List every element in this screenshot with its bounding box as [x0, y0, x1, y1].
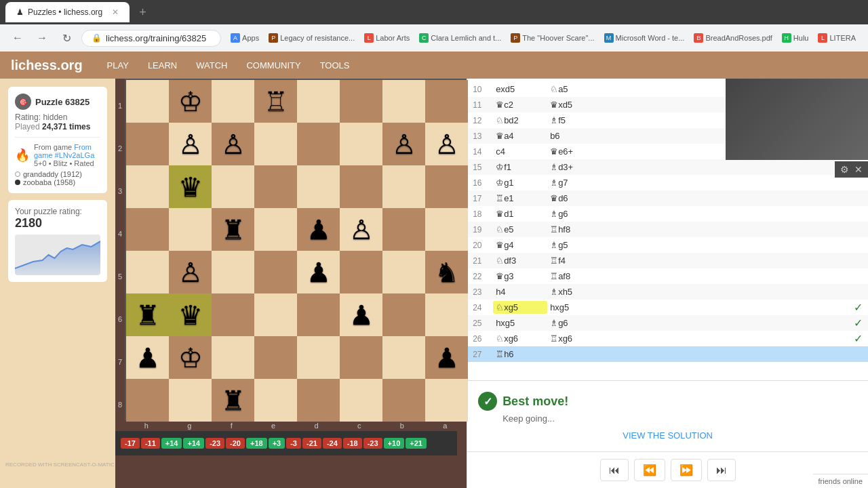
cell-0-7[interactable] — [425, 80, 468, 123]
score-item[interactable]: +14 — [161, 438, 182, 449]
cell-2-4[interactable] — [297, 165, 340, 208]
cell-7-6[interactable] — [382, 379, 425, 422]
move-black[interactable] — [547, 353, 601, 356]
move-black[interactable]: ♗g6 — [547, 317, 601, 329]
cell-3-3[interactable] — [254, 208, 297, 251]
nav-watch[interactable]: WATCH — [188, 55, 235, 76]
cell-4-3[interactable] — [254, 251, 297, 293]
move-black[interactable]: hxg5 — [547, 301, 601, 314]
move-black[interactable]: ♗d3+ — [547, 161, 601, 174]
nav-community[interactable]: COMMUNITY — [238, 55, 309, 76]
cell-1-2[interactable]: ♙ — [212, 123, 254, 165]
cell-1-4[interactable] — [297, 123, 340, 165]
move-white[interactable]: ♘xg6 — [493, 332, 547, 345]
score-item[interactable]: +18 — [246, 438, 267, 449]
bookmark-4[interactable]: P The "Hoover Scare"... — [507, 32, 598, 44]
cell-7-5[interactable] — [340, 379, 382, 422]
cell-4-6[interactable] — [382, 251, 425, 293]
cell-0-5[interactable] — [340, 80, 382, 123]
move-white[interactable]: ♖h6 — [493, 348, 547, 361]
site-logo[interactable]: lichess.org — [11, 58, 83, 73]
move-black[interactable]: ♛e6+ — [547, 145, 601, 158]
cell-6-4[interactable] — [297, 336, 340, 379]
move-black[interactable]: ♛xd5 — [547, 98, 601, 111]
webcam-btn-1[interactable]: ⚙ — [840, 164, 849, 175]
cell-0-1[interactable]: ♔ — [169, 80, 212, 123]
move-black[interactable]: ♖hf8 — [547, 223, 601, 236]
score-item[interactable]: -23 — [205, 438, 224, 449]
move-white[interactable]: ♘bd2 — [493, 114, 547, 127]
cell-4-0[interactable] — [126, 251, 169, 293]
cell-7-7[interactable] — [425, 379, 468, 422]
score-item[interactable]: +3 — [269, 438, 285, 449]
nav-tools[interactable]: TOOLS — [312, 55, 358, 76]
move-white[interactable]: ♛g3 — [493, 270, 547, 283]
cell-5-0[interactable]: ♜ — [126, 293, 169, 336]
prev-move-button[interactable]: ⏪ — [634, 459, 665, 481]
move-black[interactable]: ♗g5 — [547, 239, 601, 251]
view-solution[interactable]: VIEW THE SOLUTION — [478, 430, 857, 441]
cell-2-6[interactable] — [382, 165, 425, 208]
cell-2-3[interactable] — [254, 165, 297, 208]
cell-2-2[interactable] — [212, 165, 254, 208]
move-black[interactable]: ♖af8 — [547, 270, 601, 283]
cell-3-6[interactable] — [382, 208, 425, 251]
forward-button[interactable]: → — [33, 28, 52, 47]
move-white[interactable]: ♔f1 — [493, 161, 547, 174]
score-item[interactable]: -23 — [363, 438, 382, 449]
cell-3-4[interactable]: ♟ — [297, 208, 340, 251]
move-black[interactable]: ♗f5 — [547, 114, 601, 127]
cell-7-1[interactable] — [169, 379, 212, 422]
cell-7-2[interactable]: ♜ — [212, 379, 254, 422]
cell-7-0[interactable] — [126, 379, 169, 422]
move-white[interactable]: c4 — [493, 145, 547, 158]
first-move-button[interactable]: ⏮ — [600, 459, 629, 481]
bookmark-3[interactable]: C Clara Lemlich and t... — [415, 32, 505, 44]
cell-1-3[interactable] — [254, 123, 297, 165]
cell-7-3[interactable] — [254, 379, 297, 422]
webcam-btn-2[interactable]: ✕ — [854, 164, 863, 175]
move-white[interactable]: ♘xg5 — [493, 301, 547, 314]
cell-6-6[interactable] — [382, 336, 425, 379]
move-white[interactable]: ♛a4 — [493, 129, 547, 142]
cell-0-3[interactable]: ♖ — [254, 80, 297, 123]
bookmark-2[interactable]: L Labor Arts — [360, 32, 414, 44]
cell-4-7[interactable]: ♞ — [425, 251, 468, 293]
cell-5-6[interactable] — [382, 293, 425, 336]
move-white[interactable]: ♛c2 — [493, 98, 547, 111]
move-white[interactable]: exd5 — [493, 83, 547, 96]
cell-2-1[interactable]: ♛ — [169, 165, 212, 208]
cell-3-1[interactable] — [169, 208, 212, 251]
nav-play[interactable]: PLAY — [99, 55, 137, 76]
move-white[interactable]: ♘df3 — [493, 254, 547, 267]
cell-6-2[interactable] — [212, 336, 254, 379]
cell-7-4[interactable] — [297, 379, 340, 422]
score-item[interactable]: -18 — [343, 438, 362, 449]
cell-2-7[interactable] — [425, 165, 468, 208]
cell-5-2[interactable] — [212, 293, 254, 336]
bookmark-1[interactable]: P Legacy of resistance... — [264, 32, 359, 44]
cell-1-0[interactable] — [126, 123, 169, 165]
move-black[interactable]: ♗xh5 — [547, 285, 601, 298]
game-link[interactable]: From game #LNv2aLGa — [34, 143, 94, 159]
browser-tab[interactable]: ♟ Puzzles • lichess.org ✕ — [5, 2, 130, 22]
move-white[interactable]: ♛g4 — [493, 239, 547, 251]
cell-5-4[interactable] — [297, 293, 340, 336]
cell-4-2[interactable] — [212, 251, 254, 293]
score-item[interactable]: -3 — [286, 438, 301, 449]
move-black[interactable]: ♛d6 — [547, 192, 601, 205]
cell-0-0[interactable] — [126, 80, 169, 123]
move-white[interactable]: ♛d1 — [493, 207, 547, 220]
cell-1-7[interactable]: ♙ — [425, 123, 468, 165]
move-black[interactable]: ♗g7 — [547, 176, 601, 189]
score-item[interactable]: -20 — [226, 438, 245, 449]
bookmark-7[interactable]: H Hulu — [778, 32, 813, 44]
cell-6-3[interactable] — [254, 336, 297, 379]
cell-4-5[interactable] — [340, 251, 382, 293]
bookmark-8[interactable]: L LITERA — [814, 32, 860, 44]
cell-2-0[interactable] — [126, 165, 169, 208]
cell-0-6[interactable] — [382, 80, 425, 123]
reload-button[interactable]: ↻ — [57, 28, 76, 47]
cell-5-5[interactable]: ♟ — [340, 293, 382, 336]
cell-5-3[interactable] — [254, 293, 297, 336]
